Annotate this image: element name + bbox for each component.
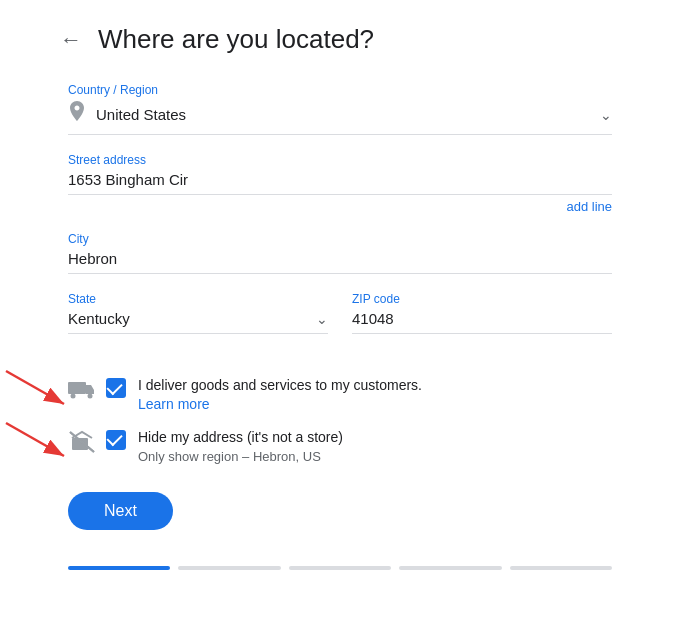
state-value: Kentucky xyxy=(68,310,316,327)
country-value: United States xyxy=(96,106,600,123)
back-button[interactable]: ← xyxy=(60,29,82,51)
zip-field-group: ZIP code 41048 xyxy=(352,292,612,334)
svg-point-4 xyxy=(88,394,93,399)
red-arrow-1 xyxy=(0,366,76,416)
progress-segment-5 xyxy=(510,566,612,570)
country-dropdown-arrow[interactable]: ⌄ xyxy=(600,107,612,123)
city-label: City xyxy=(68,232,612,246)
street-value: 1653 Bingham Cir xyxy=(68,171,612,188)
location-icon xyxy=(68,101,86,128)
deliver-main-text: I deliver goods and services to my custo… xyxy=(138,377,422,393)
progress-bar xyxy=(68,566,612,570)
state-zip-row: State Kentucky ⌄ ZIP code 41048 xyxy=(68,292,612,352)
state-field-group: State Kentucky ⌄ xyxy=(68,292,328,334)
deliver-checkbox-text: I deliver goods and services to my custo… xyxy=(138,376,612,412)
deliver-checkbox-item: I deliver goods and services to my custo… xyxy=(68,376,612,412)
state-dropdown-arrow[interactable]: ⌄ xyxy=(316,311,328,327)
add-line-link[interactable]: add line xyxy=(566,199,612,214)
country-label: Country / Region xyxy=(68,83,612,97)
zip-field-row[interactable]: 41048 xyxy=(352,310,612,334)
progress-segment-2 xyxy=(178,566,280,570)
hide-checkbox-text: Hide my address (it's not a store) Only … xyxy=(138,428,612,465)
hide-checkbox-item: Hide my address (it's not a store) Only … xyxy=(68,428,612,465)
city-field-group: City Hebron xyxy=(68,232,612,274)
page-container: ← Where are you located? Country / Regio… xyxy=(0,0,692,610)
city-field-row[interactable]: Hebron xyxy=(68,250,612,274)
state-field-row[interactable]: Kentucky ⌄ xyxy=(68,310,328,334)
red-arrow-2 xyxy=(0,418,76,468)
state-label: State xyxy=(68,292,328,306)
country-field-group: Country / Region United States ⌄ xyxy=(68,83,612,135)
deliver-learn-more-link[interactable]: Learn more xyxy=(138,396,612,412)
header: ← Where are you located? xyxy=(60,24,612,55)
hide-sub-text: Only show region – Hebron, US xyxy=(138,449,612,464)
street-field-group: Street address 1653 Bingham Cir add line xyxy=(68,153,612,214)
progress-segment-1 xyxy=(68,566,170,570)
hide-main-text: Hide my address (it's not a store) xyxy=(138,429,343,445)
country-field-row[interactable]: United States ⌄ xyxy=(68,101,612,135)
city-value: Hebron xyxy=(68,250,612,267)
hide-checkbox[interactable] xyxy=(106,430,126,450)
page-title: Where are you located? xyxy=(98,24,374,55)
deliver-checkbox[interactable] xyxy=(106,378,126,398)
form-section: Country / Region United States ⌄ Street … xyxy=(68,83,612,570)
checkbox-section: I deliver goods and services to my custo… xyxy=(68,376,612,464)
progress-segment-3 xyxy=(289,566,391,570)
progress-segment-4 xyxy=(399,566,501,570)
svg-line-6 xyxy=(6,423,64,456)
zip-label: ZIP code xyxy=(352,292,612,306)
add-line-row: add line xyxy=(68,199,612,214)
next-button[interactable]: Next xyxy=(68,492,173,530)
street-label: Street address xyxy=(68,153,612,167)
svg-line-1 xyxy=(6,371,64,404)
street-field-row[interactable]: 1653 Bingham Cir xyxy=(68,171,612,195)
zip-value: 41048 xyxy=(352,310,612,327)
